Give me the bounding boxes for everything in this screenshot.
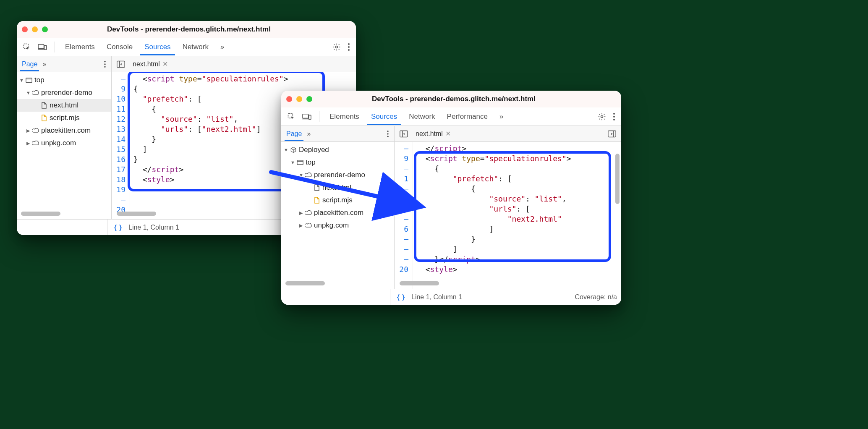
- editor-filetab[interactable]: next.html ✕: [413, 128, 453, 139]
- cloud-icon: [32, 89, 39, 97]
- tab-elements[interactable]: Elements: [325, 108, 363, 125]
- cloud-icon: [305, 171, 312, 179]
- svg-point-18: [613, 119, 615, 120]
- gear-icon[interactable]: [596, 111, 608, 123]
- cube-icon: [290, 146, 297, 154]
- minimize-icon[interactable]: [296, 96, 302, 102]
- svg-point-9: [104, 66, 106, 68]
- minimize-icon[interactable]: [32, 26, 38, 32]
- prettyprint-icon[interactable]: [395, 292, 407, 302]
- kebab-icon[interactable]: [611, 111, 617, 123]
- kebab-icon[interactable]: [346, 41, 352, 53]
- prettyprint-icon[interactable]: [112, 222, 124, 233]
- toggle-navigator-icon[interactable]: [398, 128, 410, 139]
- toggle-navigator-icon[interactable]: [115, 59, 127, 70]
- tab-console[interactable]: Console: [102, 39, 137, 55]
- line-gutter: –9–1–3––6–––20: [395, 142, 413, 289]
- cloud-icon: [305, 209, 312, 217]
- svg-rect-14: [309, 115, 311, 119]
- cloud-icon: [32, 139, 39, 147]
- file-tree: ▼ Deployed ▼ top ▼ prerender-demo next.h…: [281, 142, 395, 289]
- tabs-overflow[interactable]: »: [216, 39, 228, 55]
- tree-label: prerender-demo: [41, 89, 92, 97]
- tab-network[interactable]: Network: [405, 108, 439, 125]
- sources-toolbar: Page » next.html ✕: [17, 56, 356, 72]
- devtools-window-2: DevTools - prerender-demos.glitch.me/nex…: [281, 91, 621, 305]
- file-icon: [313, 196, 321, 204]
- sidebar-tab-page[interactable]: Page: [20, 57, 39, 71]
- editor-filetab[interactable]: next.html ✕: [130, 58, 170, 70]
- devtools-tabs: Elements Sources Network Performance »: [281, 107, 621, 126]
- line-gutter: –910111213141516171819–20: [112, 72, 130, 219]
- window-icon: [25, 76, 33, 84]
- svg-rect-13: [303, 114, 309, 118]
- tree-host[interactable]: ▼ prerender-demo: [281, 169, 394, 181]
- scrollbar-thumb[interactable]: [285, 281, 325, 285]
- code-editor[interactable]: –9–1–3––6–––20 </script> <script type="s…: [395, 142, 621, 289]
- sidebar-tab-page[interactable]: Page: [285, 127, 303, 141]
- cursor-position: Line 1, Column 1: [128, 224, 179, 231]
- svg-point-3: [336, 46, 338, 48]
- window-icon: [296, 159, 304, 166]
- sidebar-kebab-icon[interactable]: [102, 59, 108, 70]
- tree-host[interactable]: ▼ prerender-demo: [17, 86, 111, 99]
- filetab-label: next.html: [416, 130, 443, 138]
- device-toggle-icon[interactable]: [301, 111, 313, 122]
- tree-ext1[interactable]: ▶ placekitten.com: [281, 207, 394, 219]
- sidebar-tabs-overflow[interactable]: »: [42, 60, 46, 68]
- tabs-overflow[interactable]: »: [495, 108, 507, 125]
- sidebar-kebab-icon[interactable]: [385, 128, 391, 139]
- svg-point-17: [613, 116, 615, 118]
- svg-point-6: [348, 49, 350, 51]
- tab-sources[interactable]: Sources: [367, 108, 401, 125]
- svg-point-15: [601, 115, 603, 118]
- sidebar-tabs-overflow[interactable]: »: [307, 130, 311, 138]
- svg-point-16: [613, 113, 615, 115]
- tree-ext2[interactable]: ▶ unpkg.com: [281, 219, 394, 232]
- tree-ext1[interactable]: ▶ placekitten.com: [17, 124, 111, 137]
- cloud-icon: [305, 222, 312, 229]
- svg-point-7: [104, 60, 106, 62]
- toggle-debugger-icon[interactable]: [606, 128, 618, 139]
- close-tab-icon[interactable]: ✕: [162, 60, 168, 68]
- device-toggle-icon[interactable]: [36, 42, 49, 52]
- sources-toolbar: Page » next.html ✕: [281, 126, 621, 142]
- tree-label: next.html: [322, 183, 351, 192]
- tree-deployed[interactable]: ▼ Deployed: [281, 144, 394, 156]
- tab-network[interactable]: Network: [178, 39, 213, 55]
- tree-file-script[interactable]: script.mjs: [281, 194, 394, 207]
- gear-icon[interactable]: [331, 41, 342, 53]
- tree-ext2[interactable]: ▶ unpkg.com: [17, 137, 111, 149]
- tab-sources[interactable]: Sources: [140, 39, 175, 55]
- close-icon[interactable]: [286, 96, 292, 102]
- scrollbar-thumb[interactable]: [21, 212, 60, 216]
- tree-label: unpkg.com: [314, 221, 349, 230]
- scrollbar-thumb[interactable]: [117, 212, 156, 216]
- tab-performance[interactable]: Performance: [443, 108, 492, 125]
- traffic-lights: [286, 96, 312, 102]
- close-tab-icon[interactable]: ✕: [445, 130, 451, 138]
- scrollbar-thumb[interactable]: [615, 154, 620, 204]
- tree-top[interactable]: ▼ top: [281, 156, 394, 169]
- tree-label: placekitten.com: [41, 126, 91, 135]
- tree-label: prerender-demo: [314, 171, 365, 179]
- tree-file-next[interactable]: next.html: [17, 99, 111, 112]
- tree-file-script[interactable]: script.mjs: [17, 112, 111, 124]
- zoom-icon[interactable]: [42, 26, 48, 32]
- inspect-icon[interactable]: [285, 111, 297, 123]
- scrollbar-thumb[interactable]: [400, 281, 439, 285]
- tab-elements[interactable]: Elements: [61, 39, 99, 55]
- svg-rect-2: [44, 45, 47, 50]
- devtools-tabs: Elements Console Sources Network »: [17, 38, 356, 56]
- tree-label: script.mjs: [322, 196, 353, 204]
- cursor-position: Line 1, Column 1: [411, 293, 462, 301]
- titlebar: DevTools - prerender-demos.glitch.me/nex…: [281, 91, 621, 107]
- tree-file-next[interactable]: next.html: [281, 181, 394, 194]
- window-title: DevTools - prerender-demos.glitch.me/nex…: [316, 95, 591, 103]
- tree-top[interactable]: ▼ top: [17, 74, 111, 86]
- inspect-icon[interactable]: [21, 41, 33, 53]
- svg-point-21: [387, 136, 389, 137]
- close-icon[interactable]: [22, 26, 28, 32]
- zoom-icon[interactable]: [306, 96, 312, 102]
- tree-label: top: [34, 76, 44, 84]
